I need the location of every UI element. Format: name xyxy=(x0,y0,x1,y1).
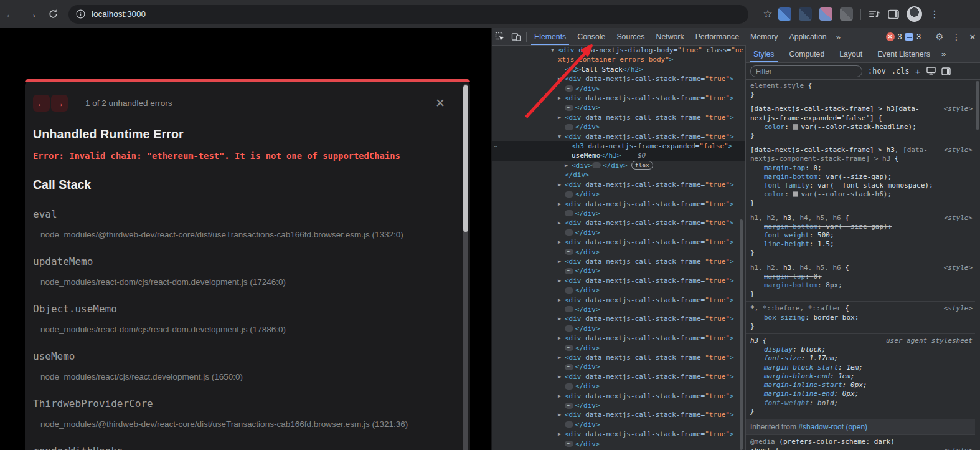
twisty-closed-icon[interactable]: ▶ xyxy=(558,295,565,305)
sidebar-tab-computed[interactable]: Computed xyxy=(782,45,832,62)
twisty-closed-icon[interactable]: ▶ xyxy=(558,257,565,266)
expand-ellipsis-button[interactable]: ⋯ xyxy=(565,383,573,390)
expand-ellipsis-button[interactable]: ⋯ xyxy=(565,210,573,216)
expand-ellipsis-button[interactable]: ⋯ xyxy=(565,325,573,332)
call-stack-frame-node[interactable]: ▶<div data-nextjs-call-stack-frame="true… xyxy=(492,113,745,122)
call-stack-frame-close[interactable]: ⋯</div> xyxy=(492,122,745,132)
sidebar-tab-event-listeners[interactable]: Event Listeners xyxy=(870,45,938,62)
profile-avatar[interactable] xyxy=(907,6,922,22)
twisty-closed-icon[interactable]: ▶ xyxy=(558,391,565,401)
devtools-close-icon[interactable]: ✕ xyxy=(965,29,980,45)
site-info-icon[interactable] xyxy=(76,9,85,19)
call-stack-frame-close[interactable]: ⋯</div> xyxy=(492,189,745,199)
elements-tree-scrollbar[interactable] xyxy=(740,219,743,450)
css-declaration[interactable]: font-weight: 500; xyxy=(750,231,973,240)
sidebar-more-tabs-icon[interactable]: » xyxy=(938,49,949,59)
rule-origin-link[interactable]: <style> xyxy=(944,264,973,272)
url-bar[interactable]: localhost:3000 xyxy=(68,5,748,24)
twisty-closed-icon[interactable]: ▶ xyxy=(558,353,565,362)
twisty-closed-icon[interactable]: ▶ xyxy=(565,161,572,170)
sidebar-tab-styles[interactable]: Styles xyxy=(746,45,782,62)
stack-frame-path[interactable]: node_modules/react/cjs/react.development… xyxy=(33,372,438,381)
console-message-badge-icon[interactable] xyxy=(905,33,913,41)
call-stack-frame-node[interactable]: ▶<div data-nextjs-call-stack-frame="true… xyxy=(492,276,745,285)
media-controls-icon[interactable] xyxy=(869,9,880,19)
rule-origin-link[interactable]: <style> xyxy=(944,304,973,313)
expand-ellipsis-button[interactable]: ⋯ xyxy=(565,364,573,370)
call-stack-frame-close[interactable]: ⋯</div> xyxy=(492,209,745,218)
devtools-menu-icon[interactable]: ⋮ xyxy=(951,29,962,45)
css-declaration[interactable]: display: block; xyxy=(750,345,973,354)
call-stack-frame-close[interactable]: ⋯</div> xyxy=(492,305,745,314)
previous-error-button[interactable]: ← xyxy=(33,95,50,112)
expand-ellipsis-button[interactable]: ⋯ xyxy=(565,287,573,294)
color-swatch[interactable] xyxy=(793,124,798,130)
console-error-badge-icon[interactable]: ✕ xyxy=(886,32,895,41)
expand-ellipsis-button[interactable]: ⋯ xyxy=(565,441,573,447)
css-rule[interactable]: <style>*, *::before, *::after {box-sizin… xyxy=(746,302,975,334)
toggle-pseudo-classes-button[interactable]: :hov xyxy=(868,67,886,75)
device-toolbar-icon[interactable] xyxy=(508,29,524,45)
new-style-rule-icon[interactable]: + xyxy=(915,66,921,77)
extension-icon-4[interactable] xyxy=(840,7,853,21)
css-declaration[interactable]: line-height: 1.5; xyxy=(750,240,973,249)
overlay-scrollbar-thumb[interactable] xyxy=(463,85,468,232)
call-stack-frame-node[interactable]: ▶<div data-nextjs-call-stack-frame="true… xyxy=(492,353,745,362)
css-declaration[interactable]: margin-top: 0; xyxy=(750,272,973,281)
css-rule[interactable]: <style>h1, h2, h3, h4, h5, h6 {margin-bo… xyxy=(746,211,975,261)
css-declaration[interactable]: margin-inline-end: 0px; xyxy=(750,390,973,398)
css-declaration[interactable]: margin-top: 0; xyxy=(750,164,973,173)
css-declaration[interactable]: font-family: var(--font-stack-monospace)… xyxy=(750,181,973,190)
css-declaration[interactable]: font-size: 1.17em; xyxy=(750,354,973,363)
rendering-emulation-icon[interactable] xyxy=(926,67,936,75)
twisty-closed-icon[interactable]: ▶ xyxy=(558,429,565,439)
devtools-tab-performance[interactable]: Performance xyxy=(690,29,745,45)
extension-icon-3[interactable] xyxy=(819,7,832,21)
devtools-tab-memory[interactable]: Memory xyxy=(745,29,783,45)
toggle-sidebar-icon[interactable] xyxy=(941,67,951,75)
frame-close-tag[interactable]: </div> xyxy=(492,170,745,180)
devtools-tab-application[interactable]: Application xyxy=(783,29,832,45)
devtools-tab-elements[interactable]: Elements xyxy=(529,29,572,45)
css-rule[interactable]: <style>[data-nextjs-call-stack-frame] > … xyxy=(746,143,975,211)
selected-h3-node[interactable]: ⋯<h3 data-nextjs-frame-expanded="false"> xyxy=(492,141,745,151)
twisty-closed-icon[interactable]: ▶ xyxy=(558,199,565,209)
call-stack-frame-close[interactable]: ⋯</div> xyxy=(492,84,745,93)
expand-ellipsis-button[interactable]: ⋯ xyxy=(565,191,573,198)
reload-icon[interactable] xyxy=(42,4,64,25)
expand-ellipsis-button[interactable]: ⋯ xyxy=(592,162,601,168)
close-overlay-icon[interactable]: ✕ xyxy=(435,97,445,109)
dialog-body-node[interactable]: ▼<div data-nextjs-dialog-body="true" cla… xyxy=(492,45,745,55)
twisty-closed-icon[interactable]: ▶ xyxy=(558,314,565,323)
twisty-open-icon[interactable]: ▼ xyxy=(551,45,558,55)
css-declaration[interactable]: margin-inline-start: 0px; xyxy=(750,381,973,390)
call-stack-frame-close[interactable]: ⋯</div> xyxy=(492,266,745,275)
call-stack-frame-close[interactable]: ⋯</div> xyxy=(492,103,745,112)
expand-ellipsis-button[interactable]: ⋯ xyxy=(565,421,573,428)
devtools-tab-console[interactable]: Console xyxy=(572,29,611,45)
selected-h3-node-wrap[interactable]: useMemo</h3> == $0 xyxy=(492,151,745,160)
css-rule[interactable]: <style>h1, h2, h3, h4, h5, h6 {margin-to… xyxy=(746,261,975,302)
expand-ellipsis-button[interactable]: ⋯ xyxy=(565,105,573,111)
inner-div-node[interactable]: ▶<div>⋯</div>flex xyxy=(492,161,745,170)
call-stack-frame-close[interactable]: ⋯</div> xyxy=(492,362,745,371)
css-rule[interactable]: <style>[data-nextjs-call-stack-frame] > … xyxy=(746,102,975,143)
call-stack-frame-close[interactable]: ⋯</div> xyxy=(492,439,745,449)
stack-frame-path[interactable]: node_modules/@thirdweb-dev/react-core/di… xyxy=(33,419,438,429)
twisty-closed-icon[interactable]: ▶ xyxy=(558,93,565,103)
call-stack-frame-node[interactable]: ▶<div data-nextjs-call-stack-frame="true… xyxy=(492,237,745,247)
rule-origin-link[interactable]: <style> xyxy=(944,105,973,113)
call-stack-frame-node[interactable]: ▶<div data-nextjs-call-stack-frame="true… xyxy=(492,410,745,419)
devtools-tab-sources[interactable]: Sources xyxy=(611,29,650,45)
call-stack-frame-close[interactable]: ⋯</div> xyxy=(492,324,745,333)
css-rules-list[interactable]: element.style {}<style>[data-nextjs-call… xyxy=(746,79,975,450)
twisty-open-icon[interactable]: ▼ xyxy=(558,132,565,141)
stack-frame-path[interactable]: node_modules/react-dom/cjs/react-dom.dev… xyxy=(33,277,438,287)
css-rule[interactable]: element.style {} xyxy=(746,79,975,102)
call-stack-frame-node[interactable]: ▶<div data-nextjs-call-stack-frame="true… xyxy=(492,257,745,266)
dialog-body-node-wrap[interactable]: xtjs-container-errors-body"> xyxy=(492,55,745,64)
extension-icon-2[interactable] xyxy=(799,7,812,21)
rule-origin-link[interactable]: <style> xyxy=(944,146,973,155)
call-stack-frame-close[interactable]: ⋯</div> xyxy=(492,343,745,353)
stack-frame-path[interactable]: node_modules/react-dom/cjs/react-dom.dev… xyxy=(33,325,438,334)
